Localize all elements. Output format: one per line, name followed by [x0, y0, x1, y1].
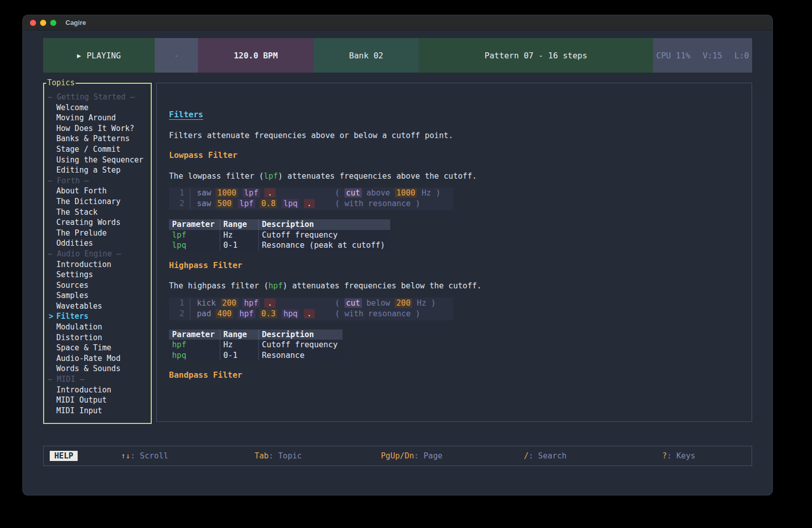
sidebar-item-about-forth[interactable]: About Forth [48, 186, 151, 196]
load-count: L:0 [734, 51, 749, 60]
code-line: 2saw 500 lpf 0.8 lpq .( with resonance ) [169, 199, 453, 209]
sidebar-item-label: The Dictionary [56, 197, 120, 206]
inline-code: lpf [264, 172, 278, 181]
code-token-dot: . [304, 199, 315, 208]
sidebar-item-label: Sources [56, 281, 88, 290]
table-header-cell: Range [220, 329, 259, 340]
table-cell: hpf [169, 340, 220, 350]
table-cell: Hz [220, 230, 259, 241]
code-main: saw 500 lpf 0.8 lpq .( with resonance ) [190, 199, 420, 209]
sidebar-item-label: Introduction [56, 260, 111, 269]
sidebar-item-label: How Does It Work? [56, 124, 134, 133]
code-token-src: saw [197, 199, 211, 208]
sidebar-item-midi-input[interactable]: MIDI Input [48, 406, 151, 416]
sidebar-item-filters[interactable]: >Filters [48, 311, 151, 322]
sidebar-item-wavetables[interactable]: Wavetables [48, 301, 151, 312]
code-example: 1saw 1000 lpf .( cut above 1000 Hz )2saw… [169, 187, 453, 210]
sidebar-item-moving-around[interactable]: Moving Around [48, 113, 151, 123]
sidebar-item-using-the-sequencer[interactable]: Using the Sequencer [48, 155, 151, 166]
sidebar-item-words-sounds[interactable]: Words & Sounds [48, 364, 151, 374]
sidebar-item-midi-output[interactable]: MIDI Output [48, 395, 151, 406]
sidebar-item-how-does-it-work[interactable]: How Does It Work? [48, 123, 151, 134]
topics-section-header: — MIDI — [48, 374, 151, 385]
comment-token: cut [345, 188, 362, 197]
cpu-usage: CPU 11% [656, 51, 690, 60]
line-number: 1 [169, 188, 184, 199]
sidebar-item-label: Settings [56, 270, 93, 279]
sidebar-item-the-stack[interactable]: The Stack [48, 207, 151, 218]
comment-token: ( [335, 299, 345, 308]
code-tokens: kick 200 hpf . [197, 298, 335, 309]
minimize-window-button[interactable] [40, 20, 46, 26]
sidebar-item-label: Welcome [56, 103, 88, 112]
sidebar-item-label: Words & Sounds [56, 364, 120, 373]
sidebar-item-label: MIDI Input [56, 406, 102, 415]
sidebar-item-label: About Forth [56, 186, 107, 195]
sidebar-item-oddities[interactable]: Oddities [48, 238, 151, 249]
sidebar-item-the-dictionary[interactable]: The Dictionary [48, 196, 151, 207]
sidebar-item-audio-rate-mod[interactable]: Audio-Rate Mod [48, 353, 151, 364]
comment-token: below [362, 299, 395, 308]
table-header-cell: Description [259, 219, 390, 230]
sidebar-item-the-prelude[interactable]: The Prelude [48, 228, 151, 239]
sidebar-item-label: Audio-Rate Mod [56, 354, 120, 363]
topics-panel: Topics — Getting Started —WelcomeMoving … [43, 83, 152, 424]
sidebar-item-modulation[interactable]: Modulation [48, 322, 151, 333]
sidebar-item-label: Modulation [56, 322, 102, 332]
sidebar-item-stage-commit[interactable]: Stage / Commit [48, 144, 151, 155]
key-hints: ↑↓: ScrollTab: TopicPgUp/Dn: Page/: Sear… [78, 451, 746, 460]
code-example: 1kick 200 hpf .( cut below 200 Hz )2pad … [169, 298, 453, 320]
code-tokens: pad 400 hpf 0.3 hpq . [197, 309, 335, 319]
table-cell: lpf [169, 230, 220, 241]
sidebar-item-editing-a-step[interactable]: Editing a Step [48, 165, 151, 176]
sidebar-item-banks-patterns[interactable]: Banks & Patterns [48, 134, 151, 144]
close-window-button[interactable] [30, 20, 36, 26]
sidebar-item-distortion[interactable]: Distortion [48, 333, 151, 343]
table-cell: Cutoff frequency [259, 230, 390, 241]
code-comment: ( cut below 200 Hz ) [335, 298, 436, 309]
sidebar-item-introduction[interactable]: Introduction [48, 385, 151, 395]
comment-token: 200 [395, 299, 412, 308]
sidebar-item-label: Wavetables [56, 302, 102, 311]
hint-label: : Topic [268, 451, 301, 460]
hint-search: /: Search [479, 451, 612, 460]
code-main: pad 400 hpf 0.3 hpq .( with resonance ) [190, 309, 420, 319]
play-icon: ▶ [77, 52, 81, 59]
section-heading: Bandpass Filter [169, 370, 739, 381]
sidebar-item-settings[interactable]: Settings [48, 270, 151, 280]
code-token-word: hpf [243, 299, 260, 308]
code-main: kick 200 hpf .( cut below 200 Hz ) [190, 298, 436, 309]
sidebar-item-creating-words[interactable]: Creating Words [48, 217, 151, 228]
table-header-row: ParameterRangeDescription [169, 329, 343, 340]
line-number: 2 [169, 309, 184, 319]
sidebar-item-label: Banks & Patterns [56, 134, 130, 143]
hint-key: ↑↓ [121, 451, 130, 460]
intro-paragraph: Filters attenuate frequencies above or b… [169, 130, 739, 141]
code-token-dot: . [304, 309, 315, 318]
code-token-dot: . [264, 299, 275, 308]
sidebar-item-label: Stage / Commit [56, 145, 120, 154]
selected-arrow-icon: > [49, 311, 53, 322]
hint-label: : Page [414, 451, 443, 460]
comment-token: above [362, 188, 395, 197]
code-comment: ( with resonance ) [335, 199, 420, 209]
sidebar-item-welcome[interactable]: Welcome [48, 103, 151, 113]
zoom-window-button[interactable] [50, 20, 56, 26]
sidebar-item-sources[interactable]: Sources [48, 280, 151, 291]
sidebar-item-introduction[interactable]: Introduction [48, 259, 151, 270]
sidebar-item-samples[interactable]: Samples [48, 290, 151, 301]
topics-section-header: — Forth — [48, 176, 151, 186]
table-header-cell: Description [259, 329, 343, 340]
table-row: hpfHzCutoff frequency [169, 340, 343, 350]
section-paragraph: The highpass filter (hpf) attenuates fre… [169, 281, 739, 291]
help-content-panel: Filters Filters attenuate frequencies ab… [156, 83, 752, 422]
table-cell: 0-1 [220, 350, 259, 361]
table-cell: Resonance (peak at cutoff) [259, 240, 390, 251]
code-token-word: hpf [238, 309, 255, 318]
topics-section-header: — Getting Started — [48, 92, 151, 103]
page-title: Filters [169, 110, 203, 120]
table-cell: Resonance [259, 350, 343, 361]
hint-label: : Search [529, 451, 567, 460]
table-header-row: ParameterRangeDescription [169, 219, 390, 230]
sidebar-item-space-time[interactable]: Space & Time [48, 343, 151, 353]
